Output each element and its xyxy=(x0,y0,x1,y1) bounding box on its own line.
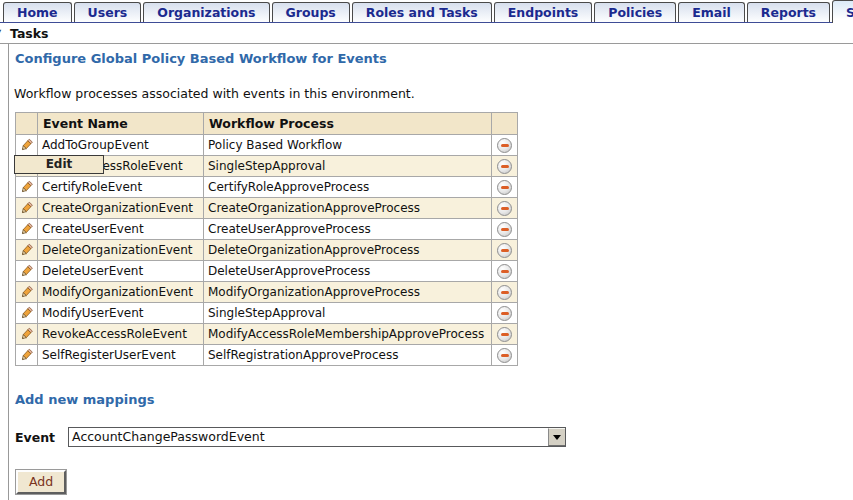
workflow-process-cell: DeleteOrganizationApproveProcess xyxy=(204,240,492,261)
event-name-cell: CertifyRoleEvent xyxy=(38,177,204,198)
pencil-icon xyxy=(20,348,33,362)
remove-button[interactable] xyxy=(497,306,512,321)
remove-button[interactable] xyxy=(497,285,512,300)
workflow-process-column-header: Workflow Process xyxy=(204,113,492,135)
event-label: Event xyxy=(15,430,55,445)
page-description: Workflow processes associated with event… xyxy=(14,86,853,101)
tab-organizations[interactable]: Organizations xyxy=(143,2,269,22)
edit-button[interactable] xyxy=(20,306,33,320)
tab-roles-and-tasks[interactable]: Roles and Tasks xyxy=(352,2,492,22)
table-row: SelfRegisterUserEvent SelfRegistrationAp… xyxy=(16,345,518,366)
tab-home[interactable]: Home xyxy=(3,2,72,22)
table-header-row: Event Name Workflow Process xyxy=(16,113,518,135)
remove-button[interactable] xyxy=(497,348,512,363)
pencil-icon xyxy=(20,138,33,152)
remove-button[interactable] xyxy=(497,327,512,342)
chevron-down-icon xyxy=(553,435,561,440)
remove-button[interactable] xyxy=(497,180,512,195)
minus-circle-icon xyxy=(497,201,512,216)
event-select-value: AccountChangePasswordEvent xyxy=(69,428,548,446)
event-name-cell: CreateUserEvent xyxy=(38,219,204,240)
table-row: CertifyRoleEvent CertifyRoleApproveProce… xyxy=(16,177,518,198)
pencil-icon xyxy=(20,327,33,341)
minus-circle-icon xyxy=(497,306,512,321)
event-select-row: Event AccountChangePasswordEvent xyxy=(15,427,853,447)
workflow-process-cell: CertifyRoleApproveProcess xyxy=(204,177,492,198)
main-content: Configure Global Policy Based Workflow f… xyxy=(8,44,853,500)
edit-column-header xyxy=(16,113,38,135)
event-name-cell: AddToGroupEvent xyxy=(38,135,204,156)
workflow-process-cell: SelfRegistrationApproveProcess xyxy=(204,345,492,366)
app-window: HomeUsersOrganizationsGroupsRoles and Ta… xyxy=(0,0,853,500)
edit-button[interactable] xyxy=(20,348,33,362)
edit-button[interactable] xyxy=(20,201,33,215)
tab-email[interactable]: Email xyxy=(678,2,745,22)
edit-button[interactable] xyxy=(20,222,33,236)
breadcrumb-tasks[interactable]: Tasks xyxy=(10,26,49,41)
workflow-process-cell: Policy Based Workflow xyxy=(204,135,492,156)
edit-button[interactable] xyxy=(20,138,33,152)
minus-circle-icon xyxy=(497,348,512,363)
pencil-icon xyxy=(20,201,33,215)
add-mappings-heading: Add new mappings xyxy=(15,392,853,407)
remove-button[interactable] xyxy=(497,201,512,216)
edit-button[interactable] xyxy=(20,264,33,278)
tab-users[interactable]: Users xyxy=(74,2,142,22)
remove-button[interactable] xyxy=(497,222,512,237)
page-title: Configure Global Policy Based Workflow f… xyxy=(15,51,853,66)
remove-button[interactable] xyxy=(497,159,512,174)
remove-column-header xyxy=(492,113,518,135)
breadcrumb-arrow-fragment xyxy=(0,28,5,39)
minus-circle-icon xyxy=(497,159,512,174)
workflow-process-cell: CreateOrganizationApproveProcess xyxy=(204,198,492,219)
table-row: DeleteOrganizationEvent DeleteOrganizati… xyxy=(16,240,518,261)
pencil-icon xyxy=(20,243,33,257)
remove-button[interactable] xyxy=(497,243,512,258)
add-button[interactable]: Add xyxy=(16,470,66,494)
event-name-cell: SelfRegisterUserEvent xyxy=(38,345,204,366)
workflow-process-cell: DeleteUserApproveProcess xyxy=(204,261,492,282)
pencil-icon xyxy=(20,306,33,320)
remove-button[interactable] xyxy=(497,138,512,153)
table-row: RevokeAccessRoleEvent ModifyAccessRoleMe… xyxy=(16,324,518,345)
minus-circle-icon xyxy=(497,138,512,153)
pencil-icon xyxy=(20,222,33,236)
tab-system[interactable]: System xyxy=(832,0,853,23)
table-row: CreateUserEvent CreateUserApproveProcess xyxy=(16,219,518,240)
table-row: ModifyUserEvent SingleStepApproval xyxy=(16,303,518,324)
workflow-process-cell: ModifyAccessRoleMembershipApproveProcess xyxy=(204,324,492,345)
top-nav-tabs: HomeUsersOrganizationsGroupsRoles and Ta… xyxy=(0,0,853,23)
minus-circle-icon xyxy=(497,327,512,342)
minus-circle-icon xyxy=(497,285,512,300)
tab-endpoints[interactable]: Endpoints xyxy=(494,2,593,22)
tab-reports[interactable]: Reports xyxy=(747,2,830,22)
table-row: CreateOrganizationEvent CreateOrganizati… xyxy=(16,198,518,219)
edit-button[interactable] xyxy=(20,327,33,341)
workflow-mapping-table: Event Name Workflow Process AddToGro xyxy=(15,112,518,366)
minus-circle-icon xyxy=(497,243,512,258)
workflow-process-cell: CreateUserApproveProcess xyxy=(204,219,492,240)
edit-button[interactable] xyxy=(20,243,33,257)
minus-circle-icon xyxy=(497,180,512,195)
pencil-icon xyxy=(20,285,33,299)
remove-button[interactable] xyxy=(497,264,512,279)
workflow-process-cell: SingleStepApproval xyxy=(204,156,492,177)
minus-circle-icon xyxy=(497,264,512,279)
edit-button[interactable] xyxy=(20,180,33,194)
event-name-cell: ModifyUserEvent xyxy=(38,303,204,324)
tab-groups[interactable]: Groups xyxy=(272,2,350,22)
table-row: AddToGroupEvent Policy Based Workflow xyxy=(16,135,518,156)
event-name-cell: CreateOrganizationEvent xyxy=(38,198,204,219)
workflow-process-cell: ModifyOrganizationApproveProcess xyxy=(204,282,492,303)
table-row: ModifyOrganizationEvent ModifyOrganizati… xyxy=(16,282,518,303)
event-name-cell: RevokeAccessRoleEvent xyxy=(38,324,204,345)
edit-button[interactable] xyxy=(20,285,33,299)
pencil-icon xyxy=(20,180,33,194)
edit-tooltip: Edit xyxy=(14,155,104,174)
dropdown-arrow-button[interactable] xyxy=(548,428,565,446)
tab-policies[interactable]: Policies xyxy=(594,2,676,22)
pencil-icon xyxy=(20,264,33,278)
event-name-cell: DeleteOrganizationEvent xyxy=(38,240,204,261)
event-name-cell: ModifyOrganizationEvent xyxy=(38,282,204,303)
event-select[interactable]: AccountChangePasswordEvent xyxy=(68,427,566,447)
